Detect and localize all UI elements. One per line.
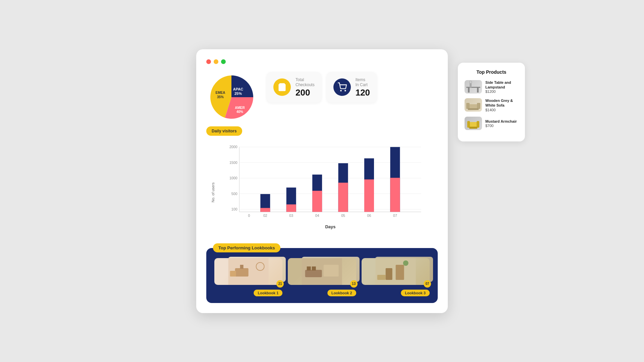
- lookbook-1-count: 21: [276, 280, 284, 288]
- svg-rect-65: [467, 121, 470, 128]
- svg-rect-61: [466, 103, 470, 109]
- product-item-2[interactable]: Wooden Grey & White Sofa $1400: [465, 98, 518, 112]
- total-checkouts-label: TotalCheckouts: [296, 77, 315, 88]
- bar-chart-svg: 2000 1500 1000 500 100 0 02 03 04: [223, 142, 424, 223]
- maximize-dot[interactable]: [221, 59, 226, 64]
- product-2-image: [465, 98, 482, 112]
- daily-visitors-button[interactable]: Daily visitors: [206, 126, 242, 136]
- lookbook-2-images: [288, 258, 356, 285]
- product-1-price: $1200: [485, 89, 518, 94]
- product-item-3[interactable]: Mustard Armchair $700: [465, 117, 518, 130]
- dashboard-window: APAC 25% EMEA 35% AMER 40% Daily visitor…: [196, 49, 448, 313]
- svg-rect-29: [312, 191, 322, 212]
- lookbooks-grid: 21 Lookbook 1: [214, 258, 430, 296]
- items-in-cart-label: ItemsIn Cart: [356, 77, 370, 88]
- y-axis-label: No. of users: [211, 182, 215, 202]
- lookbook-1-label: Lookbook 1: [254, 290, 283, 296]
- stats-cards: TotalCheckouts 200 ItemsIn Cart 120: [267, 72, 377, 103]
- chart-section: No. of users 2000 1500 1000 500 100: [206, 142, 438, 243]
- svg-text:35%: 35%: [217, 95, 224, 99]
- lookbook-2-main-img: [288, 258, 356, 285]
- svg-rect-49: [324, 265, 339, 277]
- svg-rect-67: [469, 127, 477, 129]
- product-item-1[interactable]: Side Table and Lampstand $1200: [465, 80, 518, 94]
- svg-point-8: [345, 90, 345, 91]
- lookbooks-title-badge: Top Performing Lookbooks: [213, 243, 280, 252]
- svg-rect-26: [286, 204, 296, 212]
- svg-rect-41: [235, 268, 249, 277]
- pie-section: APAC 25% EMEA 35% AMER 40% Daily visitor…: [206, 72, 260, 136]
- svg-rect-62: [477, 103, 480, 109]
- svg-text:APAC: APAC: [233, 87, 243, 91]
- lookbook-3-images: [362, 258, 430, 285]
- svg-rect-52: [395, 265, 404, 280]
- svg-text:EMEA: EMEA: [216, 91, 225, 95]
- product-3-name: Mustard Armchair: [485, 119, 517, 124]
- lookbook-item-1[interactable]: 21 Lookbook 1: [214, 258, 282, 296]
- svg-point-7: [340, 90, 341, 91]
- chart-wrapper: No. of users 2000 1500 1000 500 100: [206, 142, 438, 243]
- svg-text:40%: 40%: [236, 110, 243, 114]
- x-axis-label: Days: [223, 224, 438, 229]
- svg-rect-55: [466, 87, 480, 88]
- lookbooks-section: Top Performing Lookbooks: [206, 248, 438, 303]
- svg-rect-64: [469, 122, 478, 127]
- svg-rect-46: [305, 270, 322, 277]
- svg-text:1000: 1000: [229, 176, 237, 180]
- svg-rect-48: [312, 266, 316, 270]
- svg-text:1500: 1500: [229, 160, 237, 164]
- cart-icon: [337, 82, 347, 92]
- svg-text:02: 02: [263, 213, 267, 217]
- lookbook-1-images: [214, 258, 282, 285]
- lookbook-3-count: 07: [424, 280, 431, 288]
- lookbook-1-main-img: [214, 258, 282, 285]
- svg-rect-56: [468, 88, 470, 93]
- svg-rect-57: [477, 88, 479, 93]
- pie-chart: APAC 25% EMEA 35% AMER 40%: [206, 72, 257, 122]
- svg-text:500: 500: [231, 191, 237, 195]
- svg-text:07: 07: [393, 213, 397, 217]
- product-3-price: $700: [485, 124, 517, 128]
- svg-rect-35: [364, 179, 374, 212]
- svg-text:05: 05: [341, 213, 345, 217]
- svg-point-53: [403, 260, 408, 266]
- svg-text:100: 100: [231, 207, 237, 211]
- total-checkouts-card: TotalCheckouts 200: [267, 72, 321, 103]
- lookbook-item-2[interactable]: 13 Lookbook 2: [288, 258, 356, 296]
- svg-rect-51: [385, 268, 392, 280]
- svg-rect-38: [390, 178, 400, 212]
- product-2-price: $1400: [485, 108, 518, 112]
- product-2-name: Wooden Grey & White Sofa: [485, 98, 518, 108]
- top-products-panel: Top Products Side Table and Lampstand $1…: [458, 63, 525, 141]
- minimize-dot[interactable]: [214, 59, 218, 64]
- svg-text:04: 04: [315, 213, 319, 217]
- svg-text:03: 03: [289, 213, 293, 217]
- cart-icon-circle: [333, 78, 351, 96]
- svg-rect-54: [377, 275, 385, 280]
- svg-rect-42: [240, 265, 244, 269]
- total-checkouts-value: 200: [296, 88, 315, 98]
- lookbook-2-label: Lookbook 2: [327, 290, 356, 296]
- window-controls: [206, 59, 438, 64]
- product-3-image: [465, 117, 482, 130]
- product-2-info: Wooden Grey & White Sofa $1400: [485, 98, 518, 112]
- top-section: APAC 25% EMEA 35% AMER 40% Daily visitor…: [206, 72, 438, 136]
- product-1-name: Side Table and Lampstand: [485, 80, 518, 90]
- product-1-info: Side Table and Lampstand $1200: [485, 80, 518, 94]
- svg-rect-43: [230, 271, 236, 277]
- svg-text:06: 06: [367, 213, 371, 217]
- lookbook-3-label: Lookbook 3: [401, 290, 430, 296]
- svg-text:AMER: AMER: [235, 106, 245, 110]
- svg-rect-47: [307, 266, 311, 270]
- svg-text:0: 0: [248, 213, 250, 217]
- lookbook-item-3[interactable]: 07 Lookbook 3: [362, 258, 430, 296]
- svg-rect-23: [260, 208, 270, 212]
- svg-rect-63: [468, 108, 479, 110]
- checkout-icon-circle: [273, 78, 291, 96]
- svg-text:2000: 2000: [229, 145, 237, 149]
- top-products-title: Top Products: [465, 69, 518, 75]
- svg-text:25%: 25%: [234, 92, 242, 96]
- svg-rect-66: [477, 121, 479, 128]
- close-dot[interactable]: [206, 59, 211, 64]
- svg-rect-32: [338, 183, 348, 212]
